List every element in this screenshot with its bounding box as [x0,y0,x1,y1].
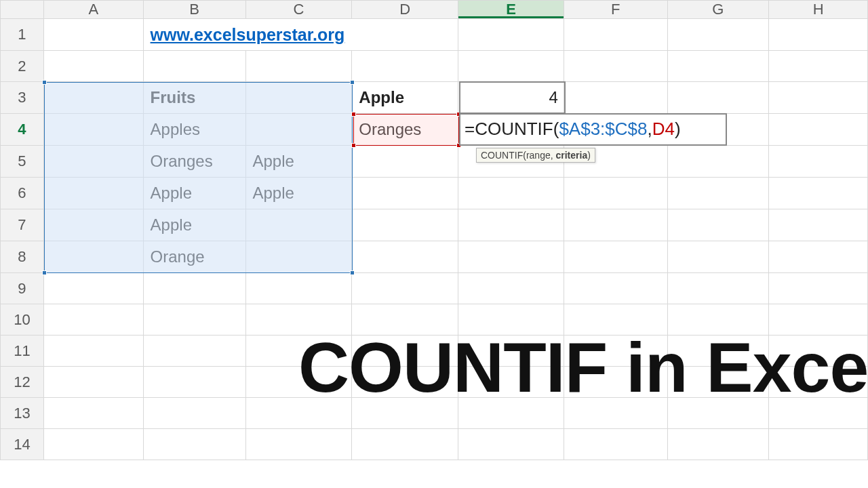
row-header-3[interactable]: 3 [1,82,44,114]
row-header-5[interactable]: 5 [1,146,44,178]
col-header-C[interactable]: C [245,1,352,19]
row-header-11[interactable]: 11 [1,336,44,367]
row-header-9[interactable]: 9 [1,273,44,304]
row-header-13[interactable]: 13 [1,398,44,429]
tooltip-arg1[interactable]: range [526,150,551,161]
cell-G3[interactable] [667,82,769,114]
cell-A4[interactable] [43,114,143,146]
cell-H8[interactable] [769,241,868,273]
cell-A9[interactable] [43,273,143,304]
cell-H1[interactable] [769,19,868,51]
select-all-corner[interactable] [1,1,44,19]
cell-D7[interactable] [352,209,458,241]
cell-B8[interactable]: Orange [143,241,245,273]
cell-C6[interactable]: Apple [245,178,352,209]
cell-D6[interactable] [352,178,458,209]
cell-H9[interactable] [769,273,868,304]
row-header-10[interactable]: 10 [1,304,44,336]
cell-H5[interactable] [769,146,868,178]
cell-E9[interactable] [458,273,564,304]
row-header-14[interactable]: 14 [1,429,44,460]
row-header-6[interactable]: 6 [1,178,44,209]
cell-E3[interactable]: 4 [458,82,564,114]
cell-F9[interactable] [564,273,667,304]
cell-A14[interactable] [43,429,143,460]
cell-H4[interactable] [769,114,868,146]
cell-A10[interactable] [43,304,143,336]
cell-D4[interactable]: Oranges [352,114,458,146]
cell-H7[interactable] [769,209,868,241]
cell-A12[interactable] [43,367,143,398]
cell-F7[interactable] [564,209,667,241]
cell-C7[interactable] [245,209,352,241]
cell-H2[interactable] [769,51,868,82]
cell-A5[interactable] [43,146,143,178]
cell-C14[interactable] [245,429,352,460]
cell-E14[interactable] [458,429,564,460]
cell-D14[interactable] [352,429,458,460]
cell-A6[interactable] [43,178,143,209]
cell-D3[interactable]: Apple [352,82,458,114]
row-header-7[interactable]: 7 [1,209,44,241]
col-header-A[interactable]: A [43,1,143,19]
cell-A1[interactable] [43,19,143,51]
cell-F1[interactable] [564,19,667,51]
cell-E7[interactable] [458,209,564,241]
cell-F2[interactable] [564,51,667,82]
cell-B3[interactable]: Fruits [143,82,245,114]
cell-A3[interactable] [43,82,143,114]
cell-H14[interactable] [769,429,868,460]
col-header-B[interactable]: B [143,1,245,19]
cell-C3[interactable] [245,82,352,114]
cell-B13[interactable] [143,398,245,429]
tooltip-arg2[interactable]: criteria [555,150,587,161]
cell-G2[interactable] [667,51,769,82]
col-header-G[interactable]: G [667,1,769,19]
cell-C2[interactable] [245,51,352,82]
cell-B2[interactable] [143,51,245,82]
cell-G8[interactable] [667,241,769,273]
cell-D9[interactable] [352,273,458,304]
cell-G7[interactable] [667,209,769,241]
cell-E8[interactable] [458,241,564,273]
row-header-4[interactable]: 4 [1,114,44,146]
cell-B7[interactable]: Apple [143,209,245,241]
cell-D5[interactable] [352,146,458,178]
cell-F8[interactable] [564,241,667,273]
cell-C9[interactable] [245,273,352,304]
cell-F3[interactable] [564,82,667,114]
cell-G1[interactable] [667,19,769,51]
cell-E6[interactable] [458,178,564,209]
cell-G6[interactable] [667,178,769,209]
row-header-8[interactable]: 8 [1,241,44,273]
cell-G9[interactable] [667,273,769,304]
cell-G14[interactable] [667,429,769,460]
cell-B4[interactable]: Apples [143,114,245,146]
cell-E2[interactable] [458,51,564,82]
function-tooltip[interactable]: COUNTIF(range, criteria) [476,148,595,163]
cell-A7[interactable] [43,209,143,241]
cell-A8[interactable] [43,241,143,273]
cell-D8[interactable] [352,241,458,273]
col-header-H[interactable]: H [769,1,868,19]
cell-B6[interactable]: Apple [143,178,245,209]
cell-A11[interactable] [43,336,143,367]
cell-B14[interactable] [143,429,245,460]
cell-E1[interactable] [458,19,564,51]
col-header-F[interactable]: F [564,1,667,19]
cell-B11[interactable] [143,336,245,367]
row-header-12[interactable]: 12 [1,367,44,398]
cell-B10[interactable] [143,304,245,336]
cell-B5[interactable]: Oranges [143,146,245,178]
cell-G5[interactable] [667,146,769,178]
cell-C8[interactable] [245,241,352,273]
cell-A2[interactable] [43,51,143,82]
cell-A13[interactable] [43,398,143,429]
cell-D2[interactable] [352,51,458,82]
formula-input[interactable]: =COUNTIF($A$3:$C$8,D4) [459,113,727,146]
col-header-E[interactable]: E [458,1,564,19]
hyperlink[interactable]: www.excelsuperstar.org [144,19,458,50]
cell-B12[interactable] [143,367,245,398]
row-header-2[interactable]: 2 [1,51,44,82]
cell-C5[interactable]: Apple [245,146,352,178]
